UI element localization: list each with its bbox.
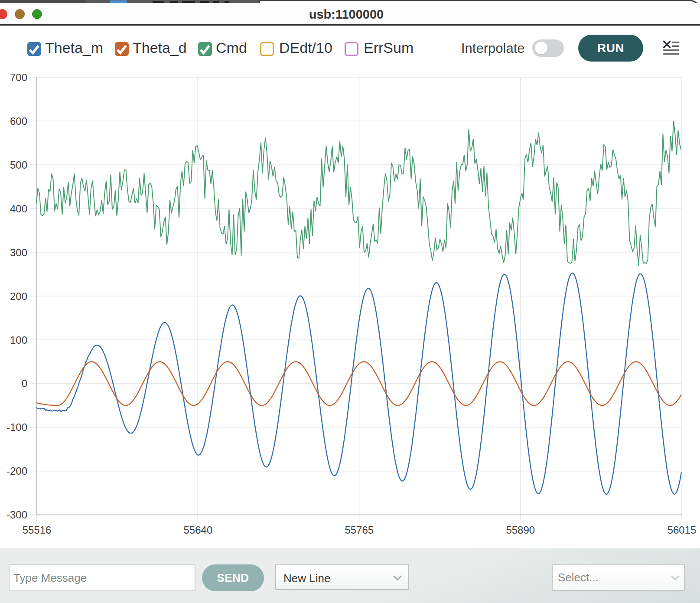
svg-text:0: 0 [22,378,27,389]
svg-text:55765: 55765 [345,524,374,536]
svg-text:-200: -200 [7,465,27,477]
svg-text:600: 600 [10,115,27,127]
svg-text:55890: 55890 [506,524,535,536]
svg-text:55516: 55516 [23,524,52,536]
svg-text:300: 300 [10,247,27,258]
svg-text:700: 700 [10,72,27,83]
svg-text:400: 400 [10,203,27,215]
svg-text:500: 500 [10,159,27,171]
svg-text:-100: -100 [7,421,27,433]
svg-text:-300: -300 [7,509,27,521]
svg-text:56015: 56015 [667,524,697,536]
svg-text:55640: 55640 [184,524,213,536]
svg-text:100: 100 [10,334,27,346]
svg-text:200: 200 [10,290,27,302]
